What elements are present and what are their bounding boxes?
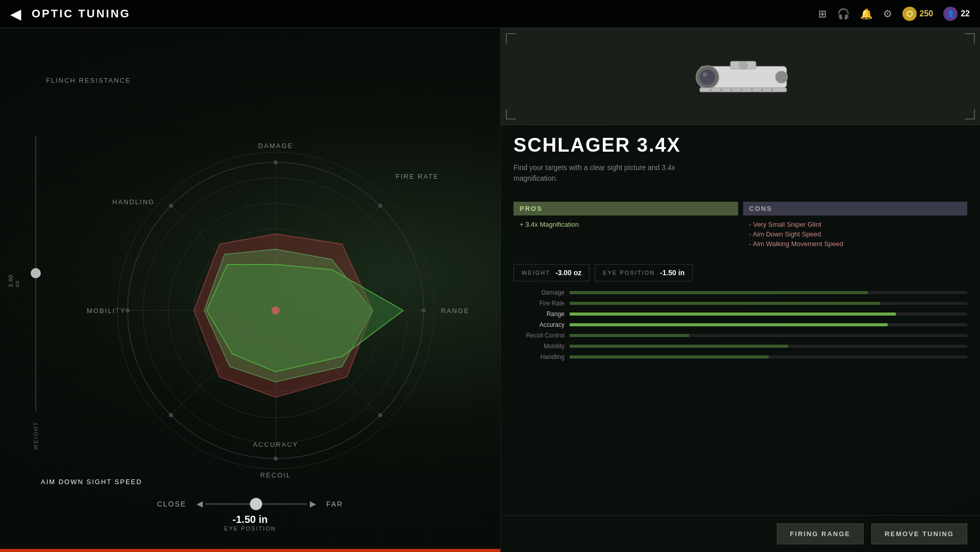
bar-mobility	[570, 345, 967, 348]
svg-point-24	[274, 457, 278, 461]
far-label: FAR	[326, 500, 343, 508]
weight-slider-container: 3.00oz WEIGHT	[23, 130, 48, 450]
eye-slider-thumb[interactable]	[250, 498, 262, 510]
scope-image	[684, 51, 797, 102]
corner-br	[965, 109, 975, 119]
item-preview	[501, 28, 980, 125]
svg-point-20	[274, 160, 278, 164]
stat-row-recoil: Recoil Control	[513, 332, 967, 339]
svg-rect-40	[751, 89, 753, 91]
svg-rect-36	[710, 89, 712, 91]
pros-header: PROS	[513, 202, 738, 215]
stat-row-mobility: Mobility	[513, 343, 967, 350]
eye-right-arrow[interactable]: ▶	[310, 499, 316, 509]
item-name: SCHLAGER 3.4X	[513, 135, 967, 155]
eye-pos-badge: EYE POSITION -1.50 in	[595, 264, 693, 281]
stat-row-damage: Damage	[513, 289, 967, 296]
back-button[interactable]: ◀	[10, 6, 21, 22]
right-panel: SCHLAGER 3.4X Find your targets with a c…	[500, 28, 980, 552]
bar-fill-mobility	[570, 345, 788, 348]
bar-fill-damage	[570, 291, 868, 294]
close-far-row: CLOSE ◀ ▶ FAR	[157, 499, 344, 509]
scope-svg	[684, 51, 797, 107]
stat-name-mobility: Mobility	[513, 343, 565, 350]
svg-rect-35	[700, 88, 787, 92]
weight-badge: WEIGHT -3.00 oz	[513, 264, 590, 281]
bar-fill-range	[570, 313, 896, 316]
remove-tuning-button[interactable]: REMOVE TUNING	[871, 523, 967, 544]
cons-content: - Very Small Sniper Glint - Aim Down Sig…	[743, 215, 968, 256]
bar-range	[570, 313, 967, 316]
page-title: OPTIC TUNING	[32, 7, 131, 20]
con-item-3: - Aim Walking Movement Speed	[749, 240, 962, 248]
con-item-1: - Very Small Sniper Glint	[749, 221, 962, 228]
svg-rect-38	[730, 89, 732, 91]
radar-wrapper: DAMAGE FIRE RATE RANGE ACCURACY RECOIL M…	[97, 132, 454, 489]
svg-rect-41	[761, 89, 763, 91]
item-info: SCHLAGER 3.4X Find your targets with a c…	[501, 125, 980, 194]
settings-icon[interactable]: ⚙	[883, 8, 892, 20]
svg-point-26	[126, 308, 130, 313]
stat-row-handling: Handling	[513, 353, 967, 361]
points-icon: 👤	[943, 7, 958, 21]
stats-bars: Damage Fire Rate Range Accuracy Recoil C…	[501, 286, 980, 515]
currency-value: 250	[920, 9, 934, 18]
bar-accuracy	[570, 323, 967, 326]
cons-box: CONS - Very Small Sniper Glint - Aim Dow…	[743, 202, 968, 256]
bar-fill-handling	[570, 355, 769, 358]
eye-left-arrow[interactable]: ◀	[197, 499, 203, 509]
firing-range-button[interactable]: FIRING RANGE	[777, 523, 864, 544]
svg-point-21	[378, 204, 382, 208]
stat-name-firerate: Fire Rate	[513, 300, 565, 307]
stat-name-range: Range	[513, 310, 565, 318]
points-value: 22	[961, 9, 970, 18]
eye-position-container: CLOSE ◀ ▶ FAR -1.50 in EYE POSITION	[157, 499, 344, 532]
bar-recoil	[570, 334, 967, 337]
pros-box: PROS + 3.4x Magnification	[513, 202, 738, 256]
eye-pos-badge-value: -1.50 in	[660, 269, 684, 277]
eye-slider-arrows: ◀ ▶	[197, 499, 316, 509]
svg-point-22	[422, 308, 426, 313]
stat-row-range: Range	[513, 310, 967, 318]
weight-badge-label: WEIGHT	[522, 270, 550, 276]
pro-item-1: + 3.4x Magnification	[520, 221, 732, 228]
bar-damage	[570, 291, 967, 294]
corner-bl	[506, 109, 516, 119]
eye-position-label: EYE POSITION	[157, 525, 344, 532]
stat-name-accuracy: Accuracy	[513, 321, 565, 328]
eye-pos-badge-label: EYE POSITION	[603, 270, 655, 276]
weight-thumb[interactable]	[31, 268, 41, 278]
currency-display: ⬡ 250	[902, 7, 934, 21]
eye-position-value: -1.50 in	[157, 514, 344, 525]
weight-value-label: 3.00oz	[8, 274, 20, 287]
stats-row: WEIGHT -3.00 oz EYE POSITION -1.50 in	[501, 259, 980, 286]
svg-rect-37	[720, 89, 722, 91]
bottom-buttons: FIRING RANGE REMOVE TUNING	[501, 515, 980, 552]
radar-chart-container: DAMAGE FIRE RATE RANGE ACCURACY RECOIL M…	[51, 69, 500, 552]
con-item-2: - Aim Down Sight Speed	[749, 230, 962, 238]
headphones-icon[interactable]: 🎧	[837, 8, 850, 20]
currency-icon: ⬡	[902, 7, 917, 21]
svg-point-23	[378, 413, 382, 417]
bell-icon[interactable]: 🔔	[860, 8, 873, 20]
corner-tl	[506, 33, 516, 43]
svg-point-27	[169, 204, 173, 208]
stat-row-accuracy: Accuracy	[513, 321, 967, 328]
svg-point-25	[169, 413, 173, 417]
eye-slider-track[interactable]	[205, 503, 307, 505]
cons-header: CONS	[743, 202, 968, 215]
stat-name-damage: Damage	[513, 289, 565, 296]
bottom-indicator-bar	[0, 549, 500, 552]
svg-point-31	[699, 69, 716, 85]
stat-name-handling: Handling	[513, 353, 565, 361]
svg-point-34	[739, 61, 747, 69]
svg-point-32	[703, 73, 707, 77]
bar-fill-accuracy	[570, 323, 888, 326]
bar-fill-firerate	[570, 302, 880, 305]
stat-row-firerate: Fire Rate	[513, 300, 967, 307]
grid-icon[interactable]: ⊞	[818, 8, 827, 20]
weight-label: WEIGHT	[33, 421, 39, 450]
bar-fill-recoil	[570, 334, 689, 337]
item-description: Find your targets with a clear sight pic…	[513, 162, 718, 184]
main-left-panel: FLINCH RESISTANCE 3.00oz WEIGHT AIM DOWN…	[0, 28, 500, 552]
